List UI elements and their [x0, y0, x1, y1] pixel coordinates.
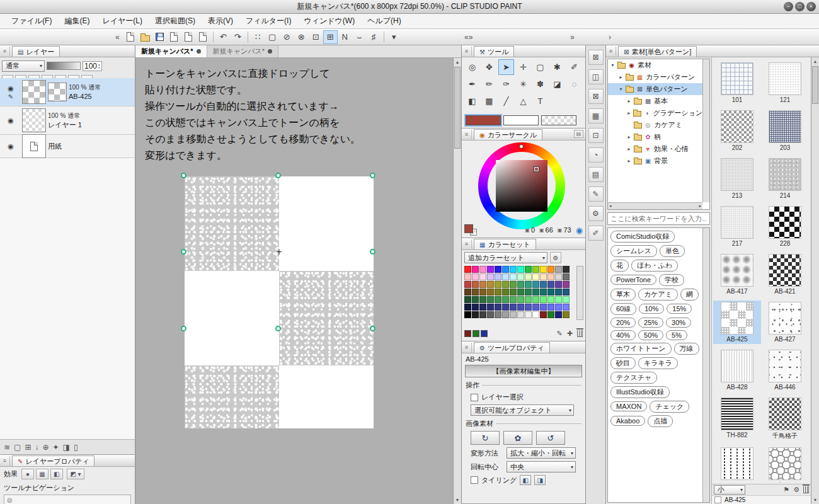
color-swatch[interactable]: [547, 289, 554, 295]
main-color-swatch[interactable]: [466, 115, 501, 125]
transform-handle[interactable]: [370, 173, 375, 178]
color-swatch[interactable]: [555, 281, 562, 288]
material-item[interactable]: 213: [713, 157, 761, 200]
clear-icon[interactable]: ∷: [251, 30, 265, 44]
gradient-tool[interactable]: ▦: [481, 93, 497, 109]
tree-item[interactable]: ▸▣背景: [608, 155, 702, 167]
color-swatch[interactable]: [510, 296, 517, 303]
color-swatch[interactable]: [464, 273, 471, 280]
material-item[interactable]: 203: [761, 109, 809, 152]
thumbnail-size-dropdown[interactable]: 小 ▾: [714, 485, 745, 495]
collapsed-panel-icon-2[interactable]: ◫: [588, 69, 604, 84]
menu-item[interactable]: フィルター(I): [239, 14, 297, 28]
object-tool[interactable]: ➤: [498, 59, 514, 75]
material-item[interactable]: AB-428: [713, 348, 761, 392]
color-swatch[interactable]: [540, 311, 547, 318]
color-swatch[interactable]: [525, 273, 532, 280]
material-item[interactable]: AB-446: [761, 348, 809, 392]
menu-item[interactable]: 選択範囲(S): [149, 14, 202, 28]
materials-vertical-scrollbar[interactable]: ▲ ▼: [811, 57, 819, 504]
collapsed-panel-icon-9[interactable]: ⚙: [588, 206, 604, 221]
color-swatch[interactable]: [532, 273, 539, 280]
color-swatch[interactable]: [517, 273, 524, 280]
material-item[interactable]: 217: [713, 205, 761, 248]
color-swatch[interactable]: [472, 304, 479, 311]
color-swatch[interactable]: [563, 289, 570, 295]
material-tag[interactable]: MAXON: [610, 401, 647, 411]
new-layer-icon[interactable]: ▢: [14, 443, 21, 452]
saturation-value-square[interactable]: [496, 160, 547, 212]
select-area-icon[interactable]: ▢: [265, 30, 280, 44]
material-item[interactable]: 214: [761, 157, 809, 200]
scrollbar-thumb[interactable]: [454, 67, 461, 149]
color-swatch[interactable]: [540, 273, 547, 280]
color-swatch[interactable]: [555, 266, 562, 273]
color-swatch[interactable]: [472, 281, 479, 288]
layer-visibility-icon[interactable]: ◉: [8, 142, 14, 151]
invert-selection-icon[interactable]: ⊗: [294, 30, 309, 44]
edit-color-icon[interactable]: ✎: [557, 329, 563, 338]
color-swatch[interactable]: [464, 266, 471, 273]
color-swatch[interactable]: [502, 289, 509, 295]
color-swatch[interactable]: [555, 289, 562, 295]
color-swatch[interactable]: [517, 304, 524, 311]
material-tag[interactable]: 40%: [610, 330, 636, 340]
color-swatch[interactable]: [555, 273, 562, 280]
material-tag[interactable]: 20%: [610, 318, 636, 328]
tab-color-circle[interactable]: ◉ カラーサークル: [474, 129, 542, 140]
scroll-left-icon[interactable]: ◂: [609, 203, 612, 209]
transform-handle[interactable]: [370, 249, 375, 255]
material-tag[interactable]: 50%: [638, 330, 663, 340]
panel-list-button[interactable]: ▤: [574, 130, 583, 138]
color-swatch[interactable]: [510, 281, 517, 288]
material-pattern-button[interactable]: ✿: [503, 431, 532, 445]
bookmark-icon[interactable]: ⚑: [783, 486, 789, 494]
scroll-down-icon[interactable]: ▼: [454, 496, 461, 504]
color-swatch[interactable]: [464, 304, 471, 311]
collapsed-panel-icon-7[interactable]: ▤: [588, 167, 604, 182]
tree-vertical-scrollbar[interactable]: [702, 59, 709, 202]
layer-effect-icon[interactable]: ✦: [53, 443, 59, 452]
tab-layers[interactable]: ▤ レイヤー: [12, 46, 60, 57]
selectable-objects-dropdown[interactable]: 選択可能なオブジェクト ▾: [471, 404, 574, 416]
add-color-icon[interactable]: ✚: [567, 329, 573, 338]
undo-icon[interactable]: ↶: [216, 30, 231, 44]
snap-grid-icon[interactable]: ⊞: [323, 30, 338, 44]
color-swatch[interactable]: [532, 304, 539, 311]
color-swatch[interactable]: [472, 266, 479, 273]
color-swatch[interactable]: [502, 311, 509, 318]
scroll-up-icon[interactable]: ▲: [811, 57, 819, 66]
duplicate-page-icon[interactable]: [181, 30, 196, 44]
color-swatch[interactable]: [464, 281, 471, 288]
tree-item[interactable]: ▸◗グラデーション: [608, 107, 702, 119]
panel-menu-button[interactable]: ≡: [462, 343, 472, 352]
tags-vertical-scrollbar[interactable]: [702, 228, 709, 502]
color-swatch[interactable]: [540, 281, 547, 288]
material-item[interactable]: 団子・縁: [713, 446, 761, 483]
new-file-icon[interactable]: [123, 30, 138, 44]
curve-snap-icon[interactable]: ⌣: [352, 30, 367, 44]
material-tag[interactable]: 30%: [666, 318, 691, 328]
new-folder-icon[interactable]: ⊞: [25, 443, 31, 452]
color-swatch[interactable]: [479, 304, 486, 311]
tree-item[interactable]: ▸▦カラーパターン: [608, 71, 702, 83]
selection-tool[interactable]: ▢: [532, 59, 548, 75]
tree-arrow-icon[interactable]: ▸: [618, 74, 624, 80]
material-item[interactable]: 121: [761, 61, 809, 105]
color-swatch[interactable]: [517, 281, 524, 288]
eyedropper-tool[interactable]: ✐: [566, 59, 582, 75]
tool-navigation-box[interactable]: ◎: [4, 495, 131, 504]
color-swatch[interactable]: [525, 296, 532, 303]
color-swatch[interactable]: [502, 266, 509, 273]
color-swatch[interactable]: [563, 296, 570, 303]
blend-tool[interactable]: ◌: [566, 76, 582, 92]
panel-menu-button[interactable]: ≡: [462, 47, 472, 56]
material-tag[interactable]: ホワイトトーン: [610, 343, 672, 355]
material-item[interactable]: 228: [761, 205, 809, 248]
current-color-indicator[interactable]: [464, 224, 481, 236]
material-tag[interactable]: 25%: [638, 318, 663, 328]
merge-layer-icon[interactable]: ⊕: [42, 443, 49, 452]
delete-material-icon[interactable]: [803, 486, 809, 493]
tab-layer-property[interactable]: ✎ レイヤープロパティ: [12, 455, 94, 466]
material-tag[interactable]: 60線: [610, 303, 636, 315]
